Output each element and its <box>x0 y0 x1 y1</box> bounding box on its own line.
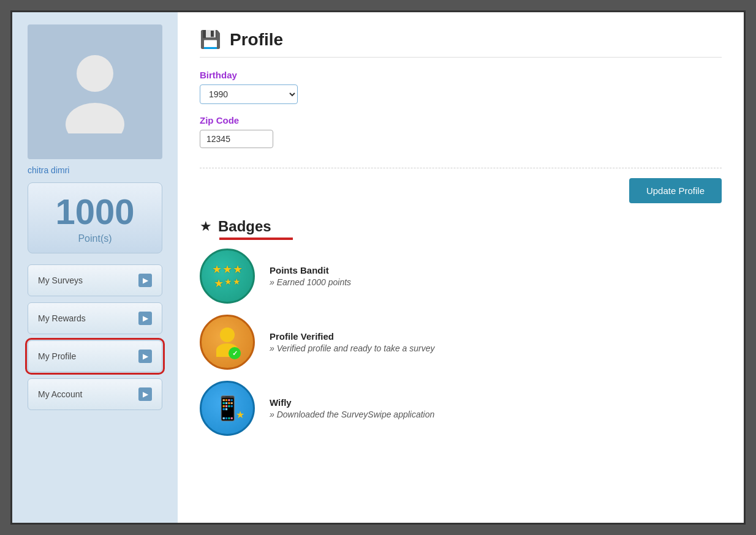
badges-section-header: ★ Badges <box>200 218 722 235</box>
sidebar-item-my-account[interactable]: My Account ▶ <box>28 378 162 410</box>
stars-cluster: ★ ★ ★ ★ ★ ★ <box>210 263 244 290</box>
header-divider <box>200 57 722 58</box>
badge-desc-wifly: » Downloaded the SurveySwipe application <box>270 410 434 419</box>
points-label: Point(s) <box>34 233 156 244</box>
star-2: ★ <box>222 263 232 276</box>
app-container: chitra dimri 1000 Point(s) My Surveys ▶ … <box>10 10 746 525</box>
star-4: ★ <box>214 277 224 290</box>
username: chitra dimri <box>28 165 69 175</box>
birthday-select[interactable]: 1990 1985 1995 2000 <box>200 84 298 104</box>
person-badge-icon: ✓ <box>216 327 238 357</box>
avatar-icon <box>58 48 132 136</box>
avatar <box>28 24 162 159</box>
sidebar-item-my-surveys[interactable]: My Surveys ▶ <box>28 264 162 296</box>
badge-name-points-bandit: Points Bandit <box>270 265 351 275</box>
checkmark-icon: ✓ <box>229 347 241 359</box>
birthday-label: Birthday <box>200 70 722 80</box>
badge-item-profile-verified: ✓ Profile Verified » Verified profile an… <box>200 315 722 370</box>
star-1: ★ <box>212 263 222 276</box>
points-number: 1000 <box>34 194 156 230</box>
sidebar-item-my-profile-label: My Profile <box>38 351 76 361</box>
badge-circle-profile-verified: ✓ <box>200 315 255 370</box>
badge-circle-points-bandit: ★ ★ ★ ★ ★ ★ <box>200 249 255 304</box>
star-6: ★ <box>233 277 241 290</box>
form-divider <box>200 168 722 168</box>
points-box: 1000 Point(s) <box>28 182 162 253</box>
my-surveys-arrow-icon: ▶ <box>138 274 152 287</box>
svg-point-1 <box>66 103 124 133</box>
update-btn-row: Update Profile <box>200 178 722 203</box>
update-profile-button[interactable]: Update Profile <box>629 178 722 203</box>
badges-star-icon: ★ <box>200 219 212 234</box>
main-content: 💾 Profile Birthday 1990 1985 1995 2000 Z… <box>178 12 744 523</box>
sidebar-item-my-rewards[interactable]: My Rewards ▶ <box>28 302 162 334</box>
zipcode-input[interactable] <box>200 130 273 148</box>
badges-section-title: Badges <box>218 218 271 235</box>
badge-item-points-bandit: ★ ★ ★ ★ ★ ★ Points Bandit » Earned 1000 … <box>200 249 722 304</box>
badge-desc-profile-verified: » Verified profile and ready to take a s… <box>270 343 435 353</box>
badges-list: ★ ★ ★ ★ ★ ★ Points Bandit » Earned 1000 … <box>200 249 722 436</box>
person-head <box>220 327 235 342</box>
sidebar-item-my-surveys-label: My Surveys <box>38 275 83 285</box>
star-3: ★ <box>233 263 243 276</box>
phone-star-icon: ★ <box>236 409 244 421</box>
badge-name-profile-verified: Profile Verified <box>270 331 435 342</box>
my-profile-arrow-icon: ▶ <box>138 350 152 363</box>
sidebar-item-my-rewards-label: My Rewards <box>38 313 86 323</box>
sidebar-item-my-profile[interactable]: My Profile ▶ <box>28 340 162 372</box>
zipcode-label: Zip Code <box>200 115 722 125</box>
badge-item-wifly: 📱 ★ Wifly » Downloaded the SurveySwipe a… <box>200 381 722 436</box>
badge-circle-wifly: 📱 ★ <box>200 381 255 436</box>
sidebar-item-my-account-label: My Account <box>38 389 82 399</box>
my-account-arrow-icon: ▶ <box>138 387 152 401</box>
my-rewards-arrow-icon: ▶ <box>138 312 152 325</box>
page-title: Profile <box>230 30 283 50</box>
svg-point-0 <box>77 55 113 92</box>
page-header: 💾 Profile <box>200 29 722 50</box>
badge-info-profile-verified: Profile Verified » Verified profile and … <box>270 331 435 353</box>
badges-underline <box>219 238 293 240</box>
star-5: ★ <box>224 277 232 290</box>
badge-desc-points-bandit: » Earned 1000 points <box>270 277 351 287</box>
profile-save-icon: 💾 <box>200 29 221 50</box>
badge-name-wifly: Wifly <box>270 397 434 408</box>
badge-info-points-bandit: Points Bandit » Earned 1000 points <box>270 265 351 287</box>
sidebar: chitra dimri 1000 Point(s) My Surveys ▶ … <box>12 12 178 523</box>
badge-info-wifly: Wifly » Downloaded the SurveySwipe appli… <box>270 397 434 419</box>
phone-badge: 📱 ★ <box>213 395 242 422</box>
